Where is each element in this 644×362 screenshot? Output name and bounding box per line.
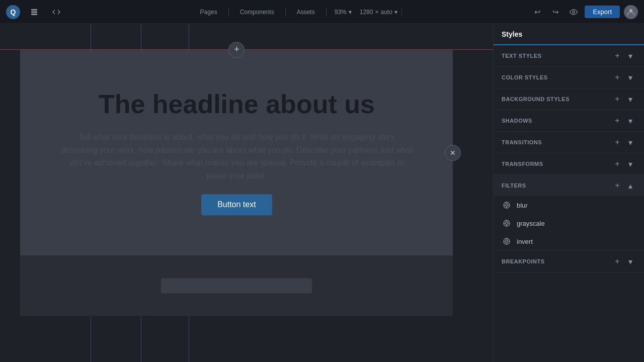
user-avatar[interactable]: [624, 5, 638, 19]
divider4: [401, 8, 402, 16]
divider2: [285, 8, 286, 16]
shadows-label: SHADOWS: [502, 118, 532, 124]
section-transitions[interactable]: TRANSITIONS + ▾: [494, 132, 644, 153]
layers-icon: [30, 8, 38, 16]
panel-body: TEXT STYLES + ▾ COLOR STYLES + ▾ BACKGRO…: [494, 45, 644, 362]
code-icon: [52, 8, 60, 16]
color-styles-collapse-btn[interactable]: ▾: [625, 72, 636, 83]
grayscale-filter-icon: [502, 218, 512, 228]
background-styles-add-btn[interactable]: +: [612, 94, 623, 105]
breakpoints-actions: + ▾: [612, 256, 636, 267]
svg-point-3: [573, 11, 575, 13]
text-styles-label: TEXT STYLES: [502, 53, 541, 59]
transforms-collapse-btn[interactable]: ▾: [625, 158, 636, 169]
transitions-collapse-btn[interactable]: ▾: [625, 137, 636, 148]
undo-button[interactable]: ↩: [530, 5, 544, 19]
svg-rect-1: [31, 11, 37, 13]
text-styles-actions: + ▾: [612, 50, 636, 61]
filters-actions: + ▴: [612, 180, 636, 191]
avatar-icon: [627, 8, 635, 16]
filters-collapse-btn[interactable]: ▴: [625, 180, 636, 191]
canvas-area[interactable]: + ✕ The headline about us Tell what your…: [0, 24, 493, 362]
canvas-bottom-section: [20, 256, 453, 316]
filter-item-invert[interactable]: invert: [494, 232, 644, 250]
canvas-cta-button[interactable]: Button text: [201, 195, 272, 216]
zoom-selector[interactable]: 93% ▾: [331, 7, 356, 18]
invert-filter-label: invert: [517, 238, 533, 245]
tab-components[interactable]: Components: [233, 7, 281, 18]
transitions-add-btn[interactable]: +: [612, 137, 623, 148]
color-styles-actions: + ▾: [612, 72, 636, 83]
transforms-label: TRANSFORMS: [502, 161, 543, 167]
shadows-actions: + ▾: [612, 115, 636, 126]
background-styles-label: BACKGROUND STYLES: [502, 96, 570, 102]
blur-filter-icon: [502, 200, 512, 210]
tab-assets[interactable]: Assets: [290, 7, 322, 18]
add-section-button[interactable]: +: [228, 42, 245, 58]
layers-icon-btn[interactable]: [26, 4, 42, 20]
topbar-center: Pages Components Assets 93% ▾ 1280 × aut…: [70, 7, 524, 18]
grayscale-filter-label: grayscale: [517, 220, 545, 227]
canvas-dimensions: 1280 × auto ▾: [360, 9, 397, 16]
color-styles-label: COLOR STYLES: [502, 74, 548, 80]
svg-rect-0: [31, 9, 37, 11]
filters-add-btn[interactable]: +: [612, 180, 623, 191]
topbar-right: ↩ ↪ Export: [530, 5, 638, 19]
main-content: + ✕ The headline about us Tell what your…: [0, 24, 644, 362]
section-breakpoints[interactable]: BREAKPOINTS + ▾: [494, 251, 644, 273]
breakpoints-collapse-btn[interactable]: ▾: [625, 256, 636, 267]
transitions-actions: + ▾: [612, 137, 636, 148]
tab-pages[interactable]: Pages: [193, 7, 224, 18]
background-styles-actions: + ▾: [612, 94, 636, 105]
app-logo[interactable]: Q: [6, 5, 20, 19]
shadows-collapse-btn[interactable]: ▾: [625, 115, 636, 126]
topbar: Q Pages Components Assets 93% ▾ 1280 × a…: [0, 0, 644, 24]
canvas-content: + ✕ The headline about us Tell what your…: [20, 50, 453, 316]
text-styles-add-btn[interactable]: +: [612, 50, 623, 61]
canvas-body-text: Tell what your business is about, what y…: [60, 131, 413, 182]
breakpoints-add-btn[interactable]: +: [612, 256, 623, 267]
drag-handle[interactable]: ✕: [445, 145, 461, 161]
eye-icon: [570, 9, 578, 15]
transforms-actions: + ▾: [612, 158, 636, 169]
zoom-value: 93%: [335, 9, 347, 16]
breakpoints-label: BREAKPOINTS: [502, 258, 545, 264]
text-styles-collapse-btn[interactable]: ▾: [625, 50, 636, 61]
canvas-width: 1280: [360, 9, 373, 16]
section-filters: FILTERS + ▴: [494, 175, 644, 251]
zoom-chevron: ▾: [349, 9, 352, 16]
divider3: [326, 8, 327, 16]
invert-filter-icon: [502, 236, 512, 246]
shadows-add-btn[interactable]: +: [612, 115, 623, 126]
filter-item-blur[interactable]: blur: [494, 196, 644, 214]
canvas-height: auto: [380, 9, 392, 16]
section-shadows[interactable]: SHADOWS + ▾: [494, 110, 644, 132]
export-button[interactable]: Export: [585, 6, 620, 18]
transitions-label: TRANSITIONS: [502, 139, 542, 145]
filters-label: FILTERS: [502, 183, 526, 189]
panel-header: Styles: [494, 24, 644, 45]
filters-header[interactable]: FILTERS + ▴: [494, 175, 644, 196]
dimensions-separator: ×: [375, 9, 378, 16]
svg-point-4: [629, 9, 632, 12]
redo-button[interactable]: ↪: [548, 5, 562, 19]
section-background-styles[interactable]: BACKGROUND STYLES + ▾: [494, 88, 644, 110]
svg-point-18: [506, 240, 508, 243]
preview-button[interactable]: [567, 5, 581, 19]
code-icon-btn[interactable]: [48, 4, 64, 20]
section-color-styles[interactable]: COLOR STYLES + ▾: [494, 67, 644, 88]
section-transforms[interactable]: TRANSFORMS + ▾: [494, 153, 644, 175]
color-styles-add-btn[interactable]: +: [612, 72, 623, 83]
filter-item-grayscale[interactable]: grayscale: [494, 214, 644, 232]
divider: [228, 8, 229, 16]
right-panel: Styles TEXT STYLES + ▾ COLOR STYLES + ▾: [493, 24, 644, 362]
section-text-styles[interactable]: TEXT STYLES + ▾: [494, 45, 644, 67]
svg-rect-2: [31, 14, 37, 15]
svg-point-6: [506, 204, 508, 207]
svg-point-12: [506, 222, 508, 225]
height-chevron: ▾: [394, 9, 397, 16]
canvas-headline: The headline about us: [99, 90, 375, 119]
background-styles-collapse-btn[interactable]: ▾: [625, 94, 636, 105]
canvas-section: + ✕ The headline about us Tell what your…: [20, 50, 453, 256]
transforms-add-btn[interactable]: +: [612, 158, 623, 169]
